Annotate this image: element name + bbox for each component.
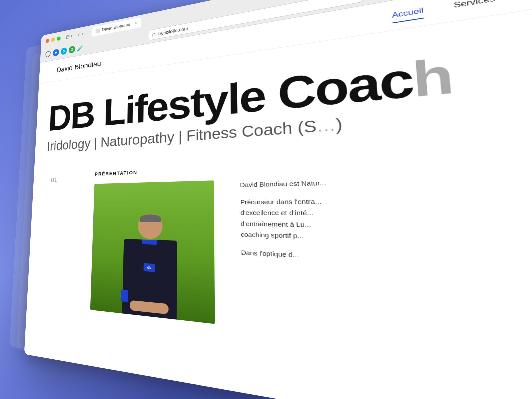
sidebar-icon: ⊟ <box>66 34 70 40</box>
person-body: db <box>122 239 177 320</box>
tab-favicon <box>95 28 100 33</box>
shield-icon <box>45 50 51 58</box>
scene: ⊟ ▾ ‹ › David Blondiau ✕ A文 <box>0 0 532 399</box>
url-text: i.webfolio.com <box>158 26 188 37</box>
close-button[interactable] <box>46 39 49 43</box>
browser-window: ⊟ ▾ ‹ › David Blondiau ✕ A文 <box>24 0 532 399</box>
sidebar-chevron: ▾ <box>71 34 73 38</box>
extension-green[interactable]: G <box>68 46 75 54</box>
paragraph-3: Dans l'optique d... <box>241 247 532 280</box>
extension-blue[interactable] <box>53 49 59 57</box>
tab-title: David Blondiau <box>102 22 130 32</box>
flask-extension[interactable]: 🧪 <box>77 44 83 52</box>
back-button[interactable]: ‹ <box>78 31 80 38</box>
collar-accent <box>142 240 157 245</box>
traffic-lights <box>46 36 61 43</box>
extension-cyan[interactable]: G <box>61 47 67 55</box>
svg-rect-2 <box>152 34 155 37</box>
person-head <box>138 214 163 239</box>
sidebar-toggle[interactable]: ⊟ ▾ <box>66 33 73 40</box>
maximize-button[interactable] <box>57 36 61 41</box>
content-section: 01 PRÉSENTATION <box>27 131 532 399</box>
person-hands <box>130 300 169 314</box>
paragraph-1: David Blondiau est Natur... <box>240 166 532 190</box>
website-content: David Blondiau Accueil Services À propos… <box>24 0 532 399</box>
nav-services[interactable]: Services <box>453 0 496 10</box>
forward-button[interactable]: › <box>81 30 83 37</box>
section-number: 01 <box>51 173 69 184</box>
paragraph-2: Précurseur dans l'entra...d'excellence e… <box>240 191 532 253</box>
minimize-button[interactable] <box>51 37 55 42</box>
section-text: David Blondiau est Natur... Précurseur d… <box>240 166 532 290</box>
nav-buttons: ‹ › <box>78 30 83 38</box>
tab-close-icon[interactable]: ✕ <box>134 21 137 26</box>
person-hair <box>140 214 161 222</box>
section-body: db David Blondiau est Natur... Précurseu… <box>90 166 532 382</box>
person-photo: db <box>90 180 215 324</box>
nav-accueil[interactable]: Accueil <box>392 6 424 20</box>
lock-icon <box>152 32 156 37</box>
site-logo: David Blondiau <box>56 59 101 74</box>
section-right: PRÉSENTATION <box>90 146 532 382</box>
shirt-logo: db <box>144 263 155 272</box>
person-figure: db <box>122 214 177 320</box>
sleeve-left <box>121 289 128 302</box>
